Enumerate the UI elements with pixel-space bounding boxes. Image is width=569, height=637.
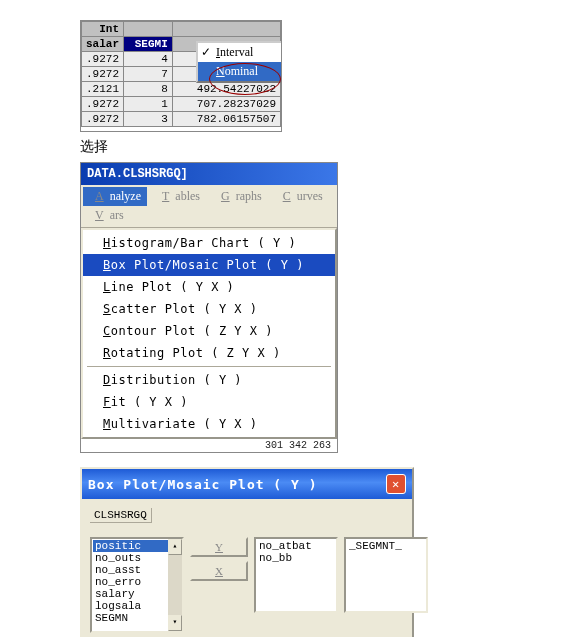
measurement-type-menu: ✓ Interval Nominal xyxy=(196,41,282,83)
x-button[interactable]: X xyxy=(190,561,248,581)
cell[interactable]: 707.28237029 xyxy=(172,97,280,112)
mi-fit[interactable]: Fit ( Y X ) xyxy=(83,391,335,413)
menu-item-nominal[interactable]: Nominal xyxy=(198,62,282,81)
col-header-blank2[interactable] xyxy=(172,22,280,37)
mi-distribution[interactable]: Distribution ( Y ) xyxy=(83,369,335,391)
variables-listbox[interactable]: positic no_outs no_asst no_erro salary l… xyxy=(90,537,184,633)
menu-curves[interactable]: Curves xyxy=(271,187,329,206)
scroll-down-icon[interactable]: ▾ xyxy=(168,615,182,631)
col-header-int[interactable]: Int xyxy=(82,22,124,37)
cell[interactable]: .2121 xyxy=(82,82,124,97)
menu-item-interval[interactable]: ✓ Interval xyxy=(198,43,282,62)
cell[interactable]: .9272 xyxy=(82,112,124,127)
boxplot-dialog: Box Plot/Mosaic Plot ( Y ) ✕ CLSHSRGQ po… xyxy=(80,467,414,637)
status-numbers: 301 342 263 xyxy=(81,439,337,452)
cell[interactable]: 3 xyxy=(124,112,173,127)
list-item[interactable]: no_atbat xyxy=(257,540,335,552)
y-button[interactable]: Y xyxy=(190,537,248,557)
mi-contour[interactable]: Contour Plot ( Z Y X ) xyxy=(83,320,335,342)
menu-tables[interactable]: Tables xyxy=(150,187,206,206)
scroll-up-icon[interactable]: ▴ xyxy=(168,539,182,555)
mi-lineplot[interactable]: Line Plot ( Y X ) xyxy=(83,276,335,298)
scroll-track[interactable] xyxy=(168,555,182,615)
list-item[interactable]: _SEGMNT_ xyxy=(347,540,425,552)
mi-boxplot[interactable]: Box Plot/Mosaic Plot ( Y ) xyxy=(83,254,335,276)
menu-separator xyxy=(87,366,331,367)
dialog-title: Box Plot/Mosaic Plot ( Y ) xyxy=(88,477,318,492)
caption-text: 选择 xyxy=(80,138,559,156)
menu-vars[interactable]: Vars xyxy=(83,206,130,225)
cell[interactable]: 1 xyxy=(124,97,173,112)
cell[interactable]: 782.06157507 xyxy=(172,112,280,127)
cell[interactable]: 492.54227022 xyxy=(172,82,280,97)
x-listbox[interactable]: _SEGMNT_ xyxy=(344,537,428,613)
col-header-segm[interactable]: SEGMI xyxy=(124,37,173,52)
menu-bar: Analyze Tables Graphs Curves Vars xyxy=(81,185,337,228)
close-button[interactable]: ✕ xyxy=(386,474,406,494)
data-table-screenshot: Int salar SEGMI .92724 .92727 .21218492.… xyxy=(80,20,282,132)
cell[interactable]: .9272 xyxy=(82,97,124,112)
analyze-dropdown: Histogram/Bar Chart ( Y ) Box Plot/Mosai… xyxy=(81,228,337,439)
cell[interactable]: .9272 xyxy=(82,52,124,67)
scrollbar[interactable]: ▴ ▾ xyxy=(168,539,182,631)
cell[interactable]: 8 xyxy=(124,82,173,97)
mi-rotating[interactable]: Rotating Plot ( Z Y X ) xyxy=(83,342,335,364)
analyze-menu-screenshot: DATA.CLSHSRGQ] Analyze Tables Graphs Cur… xyxy=(80,162,338,453)
col-header-blank[interactable] xyxy=(124,22,173,37)
menu-analyze[interactable]: Analyze xyxy=(83,187,147,206)
mi-histogram[interactable]: Histogram/Bar Chart ( Y ) xyxy=(83,232,335,254)
window-title: DATA.CLSHSRGQ] xyxy=(81,163,337,185)
dataset-label: CLSHSRGQ xyxy=(90,508,152,523)
cell[interactable]: 4 xyxy=(124,52,173,67)
checkmark-icon: ✓ xyxy=(201,45,211,60)
y-listbox[interactable]: no_atbat no_bb xyxy=(254,537,338,613)
close-icon: ✕ xyxy=(392,477,400,491)
list-item[interactable]: no_bb xyxy=(257,552,335,564)
col-header-salar[interactable]: salar xyxy=(82,37,124,52)
dialog-title-bar: Box Plot/Mosaic Plot ( Y ) ✕ xyxy=(82,469,412,499)
mi-multivariate[interactable]: Multivariate ( Y X ) xyxy=(83,413,335,435)
menu-graphs[interactable]: Graphs xyxy=(209,187,268,206)
cell[interactable]: .9272 xyxy=(82,67,124,82)
mi-scatter[interactable]: Scatter Plot ( Y X ) xyxy=(83,298,335,320)
cell[interactable]: 7 xyxy=(124,67,173,82)
